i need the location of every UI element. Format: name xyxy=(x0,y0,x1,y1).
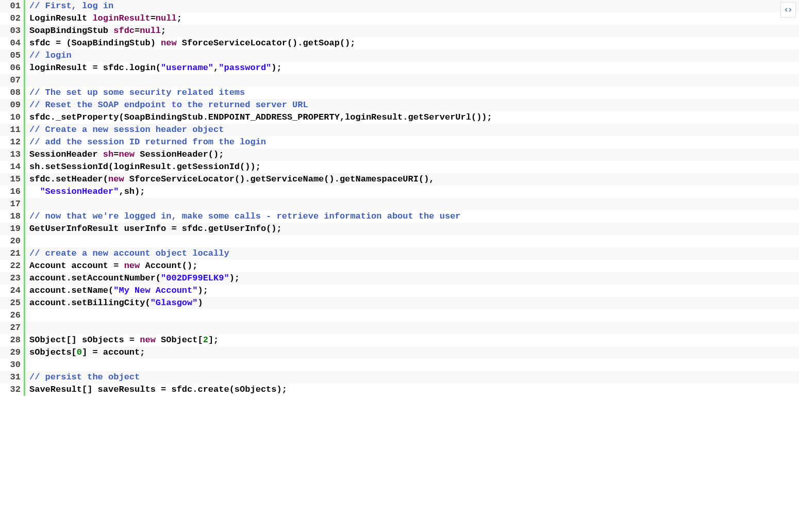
code-content: LoginResult loginResult=null; xyxy=(25,12,799,25)
line-number: 02 xyxy=(0,12,24,25)
token-plain: loginResult = sfdc.login( xyxy=(29,63,161,73)
token-plain: SessionHeader(); xyxy=(135,149,224,159)
code-line: 09// Reset the SOAP endpoint to the retu… xyxy=(0,99,799,111)
line-number: 19 xyxy=(0,223,24,235)
code-line: 02LoginResult loginResult=null; xyxy=(0,12,799,25)
token-plain: ); xyxy=(229,273,240,283)
code-content xyxy=(25,235,799,247)
code-content: SaveResult[] saveResults = sfdc.create(s… xyxy=(25,384,799,396)
token-punct: = xyxy=(135,26,140,36)
token-comment: // First, log in xyxy=(29,1,113,11)
line-number: 03 xyxy=(0,25,24,37)
code-content: // add the session ID returned from the … xyxy=(25,136,799,148)
token-plain: SObject[ xyxy=(156,335,203,345)
token-keyword: null xyxy=(140,26,161,36)
code-content xyxy=(25,359,799,371)
token-comment: // login xyxy=(29,51,72,60)
copy-code-button[interactable] xyxy=(780,2,796,18)
token-punct: = xyxy=(113,149,119,159)
token-plain: saveResults = sfdc.create(sObjects); xyxy=(92,385,287,394)
token-var: sh xyxy=(103,149,113,159)
token-plain xyxy=(98,149,103,159)
token-plain: sObjects[ xyxy=(29,347,77,357)
code-line: 04sfdc = (SoapBindingStub) new SforceSer… xyxy=(0,37,799,49)
code-content: SObject[] sObjects = new SObject[2]; xyxy=(25,334,799,346)
code-content: sfdc = (SoapBindingStub) new SforceServi… xyxy=(25,37,799,49)
code-line: 27 xyxy=(0,322,799,334)
token-type: SObject[] xyxy=(29,335,77,345)
code-content: // Create a new session header object xyxy=(25,124,799,136)
line-number: 31 xyxy=(0,371,24,384)
token-punct: = xyxy=(151,13,156,23)
token-type: Account xyxy=(29,261,66,271)
line-number: 07 xyxy=(0,74,24,87)
token-plain xyxy=(29,187,40,196)
code-line: 20 xyxy=(0,235,799,247)
code-line: 05// login xyxy=(0,49,799,62)
code-line: 23account.setAccountNumber("002DF99ELK9"… xyxy=(0,272,799,285)
code-content xyxy=(25,322,799,334)
line-number: 15 xyxy=(0,173,24,186)
token-plain xyxy=(87,13,92,23)
token-type: LoginResult xyxy=(29,13,87,23)
code-line: 11// Create a new session header object xyxy=(0,124,799,136)
code-line: 06loginResult = sfdc.login("username","p… xyxy=(0,62,799,74)
code-content: GetUserInfoResult userInfo = sfdc.getUse… xyxy=(25,223,799,235)
token-plain: ] = account; xyxy=(82,347,145,357)
line-number: 29 xyxy=(0,346,24,359)
code-content: sfdc._setProperty(SoapBindingStub.ENDPOI… xyxy=(25,111,799,124)
code-content: sfdc.setHeader(new SforceServiceLocator(… xyxy=(25,173,799,186)
token-type: SoapBindingStub xyxy=(29,26,108,36)
token-plain: sfdc = (SoapBindingStub) xyxy=(29,38,161,48)
token-plain: sObjects = xyxy=(77,335,140,345)
token-plain: ) xyxy=(197,298,203,308)
line-number: 30 xyxy=(0,359,24,371)
code-content: sObjects[0] = account; xyxy=(25,346,799,359)
line-number: 14 xyxy=(0,161,24,173)
token-comment: // persist the object xyxy=(29,372,140,382)
code-content xyxy=(25,74,799,87)
code-content: "SessionHeader",sh); xyxy=(25,186,799,198)
token-type: SaveResult[] xyxy=(29,385,92,394)
token-comment: // add the session ID returned from the … xyxy=(29,137,266,147)
token-string: "My New Account" xyxy=(113,286,197,295)
line-number: 22 xyxy=(0,260,24,272)
line-number: 23 xyxy=(0,272,24,285)
code-line: 31// persist the object xyxy=(0,371,799,384)
code-line: 18// now that we're logged in, make some… xyxy=(0,210,799,223)
code-content: // persist the object xyxy=(25,371,799,384)
code-content: SessionHeader sh=new SessionHeader(); xyxy=(25,148,799,161)
code-line: 19GetUserInfoResult userInfo = sfdc.getU… xyxy=(0,223,799,235)
token-comment: // Create a new session header object xyxy=(29,125,224,135)
token-keyword: new xyxy=(108,174,124,184)
code-toggle-icon xyxy=(784,6,792,14)
token-string: "SessionHeader" xyxy=(40,187,119,196)
code-line: 17 xyxy=(0,198,799,210)
line-number: 04 xyxy=(0,37,24,49)
token-plain: SforceServiceLocator().getServiceName().… xyxy=(124,174,435,184)
code-line: 10sfdc._setProperty(SoapBindingStub.ENDP… xyxy=(0,111,799,124)
token-plain: ); xyxy=(271,63,281,73)
code-content: Account account = new Account(); xyxy=(25,260,799,272)
code-content: account.setAccountNumber("002DF99ELK9"); xyxy=(25,272,799,285)
token-plain: Account(); xyxy=(140,261,197,271)
code-content: SoapBindingStub sfdc=null; xyxy=(25,25,799,37)
code-line: 03SoapBindingStub sfdc=null; xyxy=(0,25,799,37)
code-line: 28SObject[] sObjects = new SObject[2]; xyxy=(0,334,799,346)
line-number: 28 xyxy=(0,334,24,346)
line-number: 06 xyxy=(0,62,24,74)
token-plain: account.setBillingCity( xyxy=(29,298,151,308)
code-line: 07 xyxy=(0,74,799,87)
code-line: 16 "SessionHeader",sh); xyxy=(0,186,799,198)
line-number: 12 xyxy=(0,136,24,148)
code-block: 01// First, log in02LoginResult loginRes… xyxy=(0,0,799,396)
code-content: account.setName("My New Account"); xyxy=(25,285,799,297)
code-line: 21// create a new account object locally xyxy=(0,247,799,260)
line-number: 09 xyxy=(0,99,24,111)
token-punct: ; xyxy=(177,13,182,23)
code-line: 30 xyxy=(0,359,799,371)
code-line: 12// add the session ID returned from th… xyxy=(0,136,799,148)
code-content: // Reset the SOAP endpoint to the return… xyxy=(25,99,799,111)
line-number: 25 xyxy=(0,297,24,309)
token-keyword: new xyxy=(119,149,135,159)
